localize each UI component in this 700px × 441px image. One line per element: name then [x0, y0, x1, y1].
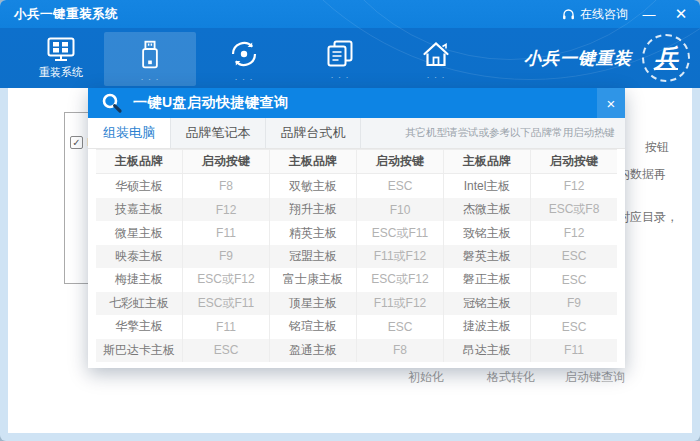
nav-item-backup-restore[interactable] — [196, 31, 292, 85]
nav-dots — [235, 75, 254, 79]
format-convert-button[interactable]: 格式转化 — [487, 369, 535, 386]
initialize-button[interactable]: 初始化 — [408, 369, 444, 386]
brand-cell: 华擎主板 — [96, 315, 183, 338]
minimize-button[interactable]: — — [638, 3, 660, 25]
drive-checkbox[interactable]: ✓ — [70, 136, 83, 149]
boot-key-cell: ESC或F12 — [357, 268, 444, 291]
boot-key-cell: F9 — [183, 245, 270, 268]
table-row: 华擎主板F11铭瑄主板ESC捷波主板ESC — [96, 315, 617, 338]
boot-key-cell: F12 — [183, 198, 270, 221]
boot-key-cell: F10 — [357, 198, 444, 221]
boot-key-cell: F12 — [531, 174, 617, 197]
column-header: 主板品牌 — [444, 150, 531, 173]
boot-key-cell: F11 — [183, 221, 270, 244]
brand-cell: 昂达主板 — [444, 339, 531, 362]
app-window: 小兵一键重装系统 在线咨询 — ✕ — [0, 0, 700, 441]
boot-key-cell: ESC或F11 — [183, 292, 270, 315]
boot-hotkey-dialog: 一键U盘启动快捷键查询 × 组装电脑 品牌笔记本 品牌台式机 其它机型请尝试或参… — [88, 88, 625, 368]
table-row: 梅捷主板ESC或F12富士康主板ESC或F12磐正主板ESC — [96, 268, 617, 291]
brand-cell: 梅捷主板 — [96, 268, 183, 291]
column-header: 主板品牌 — [96, 150, 183, 173]
boot-key-cell: ESC或F12 — [183, 268, 270, 291]
headset-icon — [561, 7, 576, 22]
table-row: 七彩虹主板ESC或F11顶星主板F11或F12冠铭主板F9 — [96, 292, 617, 315]
column-header: 主板品牌 — [270, 150, 357, 173]
brand-logo: 小兵一键重装 兵 — [524, 28, 690, 88]
column-header: 启动按键 — [357, 150, 444, 173]
brand-cell: 技嘉主板 — [96, 198, 183, 221]
dialog-tabbar: 组装电脑 品牌笔记本 品牌台式机 其它机型请尝试或参考以下品牌常用启动热键 — [88, 118, 625, 149]
nav-dots — [427, 73, 446, 77]
tab-brand-laptop[interactable]: 品牌笔记本 — [171, 118, 266, 148]
boot-key-query-button[interactable]: 启动键查询 — [565, 369, 625, 386]
nav-item-usb-boot[interactable] — [104, 32, 196, 86]
nav-dots — [141, 75, 160, 79]
brand-logo-glyph: 兵 — [654, 42, 678, 74]
boot-key-cell: ESC — [183, 339, 270, 362]
brand-cell: 铭瑄主板 — [270, 315, 357, 338]
brand-cell: 映泰主板 — [96, 245, 183, 268]
background-text-fragment: 对应目录， — [618, 209, 678, 226]
window-close-button[interactable]: ✕ — [670, 3, 692, 25]
brand-cell: 精英主板 — [270, 221, 357, 244]
dialog-header: 一键U盘启动快捷键查询 × — [88, 88, 625, 118]
brand-cell: 双敏主板 — [270, 174, 357, 197]
brand-cell: 翔升主板 — [270, 198, 357, 221]
table-row: 技嘉主板F12翔升主板F10杰微主板ESC或F8 — [96, 198, 617, 221]
online-service-label: 在线咨询 — [580, 6, 628, 23]
backup-restore-icon — [228, 38, 260, 70]
brand-cell: 杰微主板 — [444, 198, 531, 221]
brand-cell: 捷波主板 — [444, 315, 531, 338]
brand-cell: 顶星主板 — [270, 292, 357, 315]
brand-cell: 斯巴达卡主板 — [96, 339, 183, 362]
app-title: 小兵一键重装系统 — [14, 6, 118, 23]
tab-assembled-pc[interactable]: 组装电脑 — [88, 118, 171, 148]
magnifier-icon — [101, 92, 123, 114]
brand-cell: 微星主板 — [96, 221, 183, 244]
brand-cell: Intel主板 — [444, 174, 531, 197]
dialog-close-button[interactable]: × — [597, 88, 625, 118]
nav-item-documents[interactable] — [292, 31, 388, 85]
tab-brand-desktop[interactable]: 品牌台式机 — [266, 118, 361, 148]
nav-dots — [331, 73, 350, 77]
documents-icon — [326, 40, 354, 68]
hotkey-table: 主板品牌启动按键主板品牌启动按键主板品牌启动按键华硕主板F8双敏主板ESCInt… — [96, 149, 617, 362]
brand-logo-mark: 兵 — [642, 34, 690, 82]
boot-key-cell: ESC — [531, 315, 617, 338]
usb-boot-icon — [139, 40, 161, 70]
brand-cell: 冠铭主板 — [444, 292, 531, 315]
table-row: 斯巴达卡主板ESC盈通主板F8昂达主板F11 — [96, 339, 617, 362]
boot-key-cell: ESC或F11 — [357, 221, 444, 244]
table-header-row: 主板品牌启动按键主板品牌启动按键主板品牌启动按键 — [96, 149, 617, 174]
boot-key-cell: ESC — [357, 174, 444, 197]
brand-cell: 华硕主板 — [96, 174, 183, 197]
brand-cell: 磐英主板 — [444, 245, 531, 268]
table-row: 微星主板F11精英主板ESC或F11致铭主板F12 — [96, 221, 617, 244]
brand-cell: 七彩虹主板 — [96, 292, 183, 315]
boot-key-cell: F11 — [183, 315, 270, 338]
tab-hint-text: 其它机型请尝试或参考以下品牌常用启动热键 — [361, 118, 625, 148]
boot-key-cell: F12 — [531, 221, 617, 244]
boot-key-cell: F8 — [357, 339, 444, 362]
background-text-fragment: 按钮 — [645, 139, 669, 156]
brand-cell: 盈通主板 — [270, 339, 357, 362]
boot-key-cell: ESC — [357, 315, 444, 338]
brand-cell: 磐正主板 — [444, 268, 531, 291]
monitor-reinstall-icon — [47, 37, 75, 62]
boot-key-cell: F9 — [531, 292, 617, 315]
column-header: 启动按键 — [183, 150, 270, 173]
boot-key-cell: F8 — [183, 174, 270, 197]
nav-item-reinstall-system[interactable]: 重装系统 — [18, 37, 104, 80]
nav-reinstall-label: 重装系统 — [39, 65, 83, 80]
boot-key-cell: ESC — [531, 268, 617, 291]
column-header: 启动按键 — [531, 150, 617, 173]
dialog-title: 一键U盘启动快捷键查询 — [133, 94, 289, 112]
home-icon — [421, 40, 451, 68]
nav-item-home[interactable] — [388, 31, 484, 85]
online-service-button[interactable]: 在线咨询 — [561, 6, 628, 23]
brand-cell: 冠盟主板 — [270, 245, 357, 268]
table-row: 华硕主板F8双敏主板ESCIntel主板F12 — [96, 174, 617, 197]
table-row: 映泰主板F9冠盟主板F11或F12磐英主板ESC — [96, 245, 617, 268]
boot-key-cell: F11 — [531, 339, 617, 362]
boot-key-cell: ESC或F8 — [531, 198, 617, 221]
